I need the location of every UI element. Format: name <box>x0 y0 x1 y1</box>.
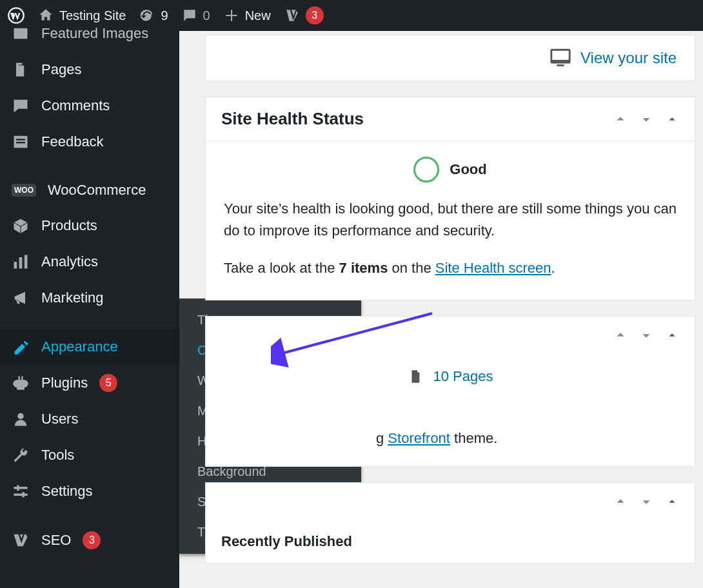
plugins-badge: 5 <box>99 374 117 392</box>
sidebar-item-analytics[interactable]: Analytics <box>0 244 179 280</box>
svg-rect-11 <box>17 485 19 491</box>
svg-rect-4 <box>16 142 25 143</box>
sidebar-item-marketing[interactable]: Marketing <box>0 280 179 316</box>
svg-rect-9 <box>14 487 28 489</box>
new-label: New <box>245 8 271 23</box>
svg-rect-6 <box>19 257 23 269</box>
menu-label: Analytics <box>41 253 98 270</box>
site-health-p2: Take a look at the 7 items on the Site H… <box>224 257 677 279</box>
menu-label: Pages <box>41 61 81 78</box>
svg-rect-1 <box>14 28 28 39</box>
recently-published-heading: Recently Published <box>206 520 695 563</box>
panel-title: Site Health Status <box>221 109 364 129</box>
move-down-icon[interactable] <box>639 495 653 509</box>
sidebar-item-settings[interactable]: Settings <box>0 473 179 509</box>
activity-panel: Recently Published <box>205 482 695 564</box>
welcome-panel: View your site <box>205 35 695 81</box>
sidebar-item-tools[interactable]: Tools <box>0 437 179 473</box>
svg-rect-3 <box>16 139 25 140</box>
seo-badge: 3 <box>83 531 101 549</box>
dashboard-content: View your site Site Health Status Good Y… <box>179 31 703 588</box>
theme-link[interactable]: Storefront <box>388 430 450 446</box>
sidebar-item-woocommerce[interactable]: WOO WooCommerce <box>0 173 179 208</box>
toggle-icon[interactable] <box>665 112 679 126</box>
menu-label: Tools <box>41 447 74 464</box>
theme-line: g Storefront theme. <box>221 430 679 447</box>
menu-label: Featured Images <box>41 25 148 42</box>
menu-label: Settings <box>41 483 93 500</box>
move-down-icon[interactable] <box>639 112 653 126</box>
status-label: Good <box>450 159 486 181</box>
comments-count: 0 <box>203 8 210 23</box>
menu-label: Plugins <box>41 375 88 391</box>
sidebar-item-featured-images[interactable]: Featured Images <box>0 15 179 52</box>
svg-rect-5 <box>14 262 17 269</box>
view-site-link[interactable]: View your site <box>550 47 677 69</box>
menu-label: WooCommerce <box>48 182 146 199</box>
admin-sidebar: Featured Images Pages Comments Feedback … <box>0 31 179 588</box>
at-a-glance-panel: 10 Pages g Storefront theme. <box>205 316 695 467</box>
pages-icon <box>408 368 424 385</box>
site-health-p1: Your site’s health is looking good, but … <box>224 198 677 242</box>
woo-icon: WOO <box>12 184 36 197</box>
menu-label: SEO <box>41 532 71 549</box>
sidebar-item-plugins[interactable]: Plugins 5 <box>0 365 179 401</box>
monitor-icon <box>550 47 571 69</box>
svg-rect-14 <box>557 64 564 66</box>
menu-label: Marketing <box>41 289 104 306</box>
site-health-screen-link[interactable]: Site Health screen <box>435 260 551 276</box>
pages-count-link[interactable]: 10 Pages <box>433 368 493 385</box>
comments-link[interactable]: 0 <box>181 7 210 24</box>
toggle-icon[interactable] <box>665 495 679 509</box>
svg-rect-12 <box>22 492 25 497</box>
menu-label: Users <box>41 411 78 427</box>
svg-rect-15 <box>551 60 569 63</box>
move-up-icon[interactable] <box>613 495 628 509</box>
svg-rect-10 <box>14 494 28 496</box>
move-up-icon[interactable] <box>613 112 628 126</box>
sidebar-item-appearance[interactable]: Appearance <box>0 329 179 365</box>
svg-rect-7 <box>25 255 28 269</box>
sidebar-item-products[interactable]: Products <box>0 208 179 244</box>
menu-label: Feedback <box>41 133 104 150</box>
sidebar-item-comments[interactable]: Comments <box>0 88 179 124</box>
view-site-label: View your site <box>580 49 677 67</box>
yoast-link[interactable]: 3 <box>284 6 324 24</box>
site-health-panel: Site Health Status Good Your site’s heal… <box>205 97 695 300</box>
menu-label: Appearance <box>41 338 118 355</box>
status-good-icon <box>413 157 439 182</box>
sidebar-item-users[interactable]: Users <box>0 401 179 437</box>
toggle-icon[interactable] <box>665 328 679 342</box>
sidebar-item-pages[interactable]: Pages <box>0 52 179 88</box>
menu-label: Comments <box>41 97 110 114</box>
move-down-icon[interactable] <box>639 328 653 342</box>
sidebar-item-feedback[interactable]: Feedback <box>0 124 179 160</box>
move-up-icon[interactable] <box>613 328 628 342</box>
svg-point-8 <box>17 413 23 419</box>
yoast-badge: 3 <box>306 6 324 24</box>
new-content-link[interactable]: New <box>223 7 271 24</box>
menu-label: Products <box>41 217 97 234</box>
sidebar-item-seo[interactable]: SEO 3 <box>0 522 179 558</box>
